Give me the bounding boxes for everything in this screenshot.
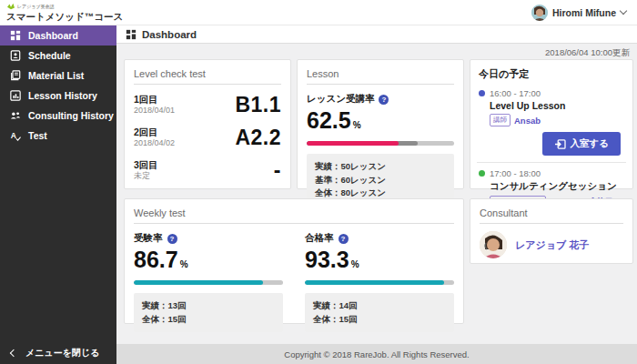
lesson-history-icon: [9, 90, 21, 102]
lesson-rate-value: 62.5%: [307, 107, 454, 134]
attempt-score: -: [274, 158, 281, 183]
level-check-row: 3回目 未定 -: [134, 158, 281, 183]
sidebar-item-consulting-history[interactable]: Consulting History: [0, 106, 116, 126]
sidebar-item-material-list[interactable]: Material List: [0, 66, 116, 86]
sidebar-item-label: Dashboard: [28, 30, 78, 41]
exam-rate-progress-bar: [134, 280, 283, 285]
close-menu-button[interactable]: メニューを閉じる: [0, 342, 116, 364]
schedule-dot: [479, 170, 485, 177]
lesson-title: Lesson: [307, 68, 454, 85]
consultant-card: Consultant レアジョブ 花子: [470, 198, 633, 264]
consulting-history-icon: [9, 110, 21, 122]
help-icon[interactable]: ?: [167, 234, 177, 244]
sidebar-item-label: Schedule: [28, 50, 71, 61]
brand-logo: レアジョブ英会話 スマートメソッド™コース: [0, 3, 116, 23]
attempt-label: 2回目: [134, 126, 175, 138]
level-check-card: Level check test 1回目 2018/04/01 B1.1 2回目…: [124, 59, 291, 189]
sidebar-item-label: Material List: [28, 70, 84, 81]
help-icon[interactable]: ?: [379, 95, 389, 105]
sidebar: Dashboard Schedule Material List Lesson …: [0, 25, 116, 364]
consultant-name-link[interactable]: レアジョブ 花子: [515, 238, 589, 252]
weekly-test-card: Weekly test 受験率 ? 86.7% 実績：13回 全体：15回: [124, 198, 464, 324]
chevron-left-icon: [10, 349, 17, 357]
schedule-item: 16:00 - 17:00 Level Up Lesson 講師 Ansab 入…: [479, 88, 624, 156]
stat-line: 全体：15回: [142, 313, 275, 327]
exam-rate-label: 受験率: [134, 232, 163, 245]
stat-line: 実績：50レッスン: [315, 160, 446, 174]
attempt-label: 1回目: [134, 94, 175, 106]
attempt-score: B1.1: [235, 93, 281, 117]
attempt-score: A2.2: [235, 126, 281, 150]
weekly-metric: 受験率 ? 86.7% 実績：13回 全体：15回: [134, 224, 283, 332]
course-title: スマートメソッド™コース: [6, 11, 116, 23]
schedule-time: 16:00 - 17:00: [490, 88, 541, 98]
schedule-time: 17:00 - 18:00: [490, 168, 541, 178]
sidebar-item-lesson-history[interactable]: Lesson History: [0, 86, 116, 106]
schedule-name: Level Up Lesson: [490, 100, 624, 111]
level-check-title: Level check test: [134, 68, 281, 85]
svg-text:A: A: [10, 131, 15, 140]
exam-rate-value: 86.7%: [134, 247, 283, 273]
lesson-progress-bar: [307, 141, 454, 146]
stat-line: 基準：60レッスン: [315, 174, 446, 187]
today-title: 今日の予定: [479, 67, 624, 83]
level-check-row: 1回目 2018/04/01 B1.1: [134, 93, 281, 117]
pass-rate-label: 合格率: [305, 232, 334, 245]
weekly-test-title: Weekly test: [134, 207, 454, 224]
page-title: Dashboard: [142, 29, 197, 40]
sidebar-item-label: Lesson History: [28, 90, 97, 101]
pass-stats-box: 実績：14回 全体：15回: [305, 293, 454, 332]
lesson-rate-label: レッスン受講率: [307, 93, 374, 106]
sidebar-item-label: Consulting History: [28, 110, 114, 121]
test-icon: A: [9, 130, 21, 142]
top-bar: レアジョブ英会話 スマートメソッド™コース Hiromi Mifune: [0, 0, 637, 25]
user-name: Hiromi Mifune: [552, 7, 616, 18]
enter-room-button[interactable]: 入室する: [542, 132, 622, 156]
dashboard-title-icon: [125, 28, 136, 40]
attempt-label: 3回目: [134, 159, 158, 171]
copyright-text: Copyright © 2018 RareJob. All Rights Res…: [284, 349, 469, 359]
footer: Copyright © 2018 RareJob. All Rights Res…: [116, 344, 637, 364]
sidebar-item-test[interactable]: A Test: [0, 126, 116, 146]
role-badge: 講師: [490, 114, 511, 126]
dashboard-icon: [9, 30, 21, 42]
schedule-dot: [479, 90, 485, 96]
help-icon[interactable]: ?: [339, 234, 349, 244]
close-menu-label: メニューを閉じる: [25, 347, 99, 359]
enter-room-icon: [554, 139, 566, 149]
today-schedule-card: 今日の予定 16:00 - 17:00 Level Up Lesson 講師 A…: [470, 59, 633, 189]
stat-line: 全体：15回: [313, 313, 446, 327]
lesson-card: Lesson レッスン受講率 ? 62.5% 実績：50レッスン 基準：60レッ…: [297, 59, 464, 189]
attempt-date: 2018/04/02: [134, 138, 175, 148]
consultant-avatar: [480, 231, 507, 258]
divider: [477, 162, 626, 163]
consultant-title: Consultant: [480, 207, 623, 224]
attempt-date: 未定: [134, 171, 158, 181]
user-menu[interactable]: Hiromi Mifune: [531, 5, 637, 21]
sidebar-item-schedule[interactable]: Schedule: [0, 46, 116, 66]
weekly-metric: 合格率 ? 93.3% 実績：14回 全体：15回: [305, 224, 454, 332]
pass-rate-value: 93.3%: [305, 247, 454, 273]
attempt-date: 2018/04/01: [134, 106, 175, 116]
material-list-icon: [9, 70, 21, 82]
stat-line: 実績：13回: [142, 299, 275, 313]
schedule-icon: [9, 50, 21, 62]
stat-line: 実績：14回: [313, 299, 446, 313]
sidebar-item-dashboard[interactable]: Dashboard: [0, 25, 116, 46]
logo-text: レアジョブ英会話: [17, 4, 55, 9]
last-updated-text: 2018/06/04 10:00更新: [545, 47, 630, 59]
level-check-row: 2回目 2018/04/02 A2.2: [134, 126, 281, 150]
rarejob-logo-icon: [6, 3, 15, 10]
pass-rate-progress-bar: [305, 280, 454, 285]
chevron-down-icon: [620, 7, 627, 15]
user-avatar: [531, 5, 548, 21]
schedule-name: コンサルティングセッション: [490, 180, 624, 193]
sidebar-item-label: Test: [28, 130, 47, 141]
teacher-link[interactable]: Ansab: [514, 116, 541, 126]
page-title-bar: Dashboard: [116, 25, 637, 44]
exam-stats-box: 実績：13回 全体：15回: [134, 293, 283, 332]
app-window: レアジョブ英会話 スマートメソッド™コース Hiromi Mifune Das: [0, 0, 637, 364]
